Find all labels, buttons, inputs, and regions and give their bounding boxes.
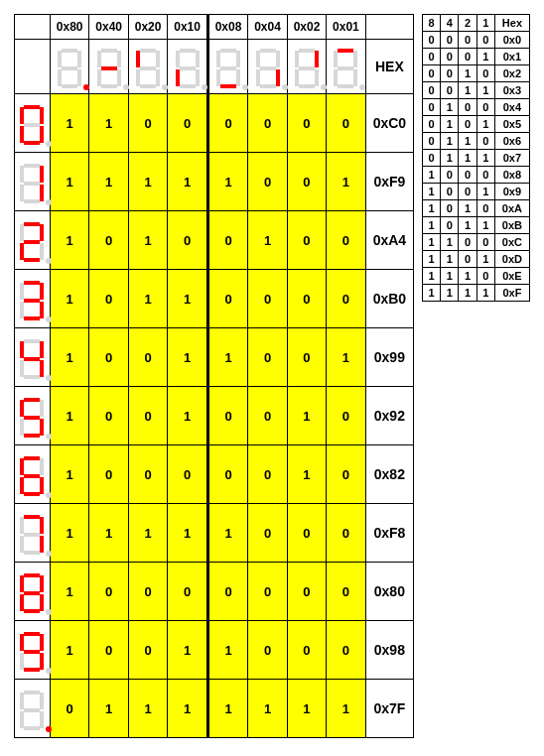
side-cell: 0 — [476, 32, 494, 49]
bit-cell: 1 — [128, 680, 167, 738]
bit-cell: 0 — [248, 94, 287, 153]
table-row: 100000100x82 — [15, 445, 414, 504]
bit-cell: 1 — [168, 153, 207, 211]
bit-cell: 0 — [207, 387, 247, 445]
seven-seg-icon — [136, 49, 160, 88]
side-cell: 0 — [423, 65, 441, 82]
bit-cell: 1 — [89, 680, 128, 738]
side-col-header: 4 — [441, 15, 459, 32]
seven-seg-table: 0x800x400x200x100x080x040x020x01HEX11000… — [14, 14, 414, 738]
side-cell: 0 — [423, 82, 441, 99]
side-cell: 0xF — [494, 285, 529, 302]
seven-seg-icon — [334, 49, 357, 88]
side-cell: 0 — [459, 49, 476, 65]
side-cell: 0 — [423, 150, 441, 167]
side-cell: 1 — [441, 150, 459, 167]
side-cell: 0 — [423, 116, 441, 133]
bit-cell: 1 — [287, 445, 326, 504]
seven-seg-icon — [20, 632, 44, 672]
side-cell: 0 — [476, 200, 494, 217]
bit-cell: 1 — [207, 153, 247, 211]
side-col-header: 8 — [423, 15, 441, 32]
bit-cell: 0 — [287, 211, 326, 270]
table-row: 100110000x98 — [15, 621, 414, 680]
bit-cell: 1 — [168, 387, 207, 445]
hex-cell: 0xB0 — [365, 270, 413, 328]
hex-cell: 0xC0 — [365, 94, 413, 153]
col-header — [365, 15, 413, 40]
side-cell: 1 — [423, 200, 441, 217]
side-cell: 0x5 — [494, 116, 529, 133]
side-cell: 0 — [441, 167, 459, 184]
bit-cell: 0 — [248, 153, 287, 211]
side-cell: 0xB — [494, 217, 529, 234]
side-row: 01110x7 — [423, 150, 530, 167]
side-cell: 1 — [423, 268, 441, 285]
side-cell: 0x3 — [494, 82, 529, 99]
side-cell: 1 — [423, 251, 441, 268]
seven-seg-icon — [176, 49, 200, 88]
bit-cell: 1 — [287, 387, 326, 445]
side-cell: 0 — [459, 32, 476, 49]
side-row: 00100x2 — [423, 65, 530, 82]
seven-seg-icon — [20, 339, 44, 379]
side-cell: 0 — [476, 234, 494, 251]
bit-cell: 1 — [207, 621, 247, 680]
side-cell: 0 — [476, 167, 494, 184]
seven-seg-icon — [20, 281, 44, 320]
side-cell: 1 — [423, 285, 441, 302]
digit-icon — [15, 328, 51, 387]
side-cell: 0 — [476, 268, 494, 285]
side-cell: 1 — [476, 82, 494, 99]
bit-cell: 1 — [207, 504, 247, 563]
seven-seg-icon — [20, 691, 44, 730]
side-row: 00110x3 — [423, 82, 530, 99]
col-header: 0x02 — [287, 15, 326, 40]
bit-cell: 0 — [168, 211, 207, 270]
hex-cell: 0xF8 — [365, 504, 413, 563]
side-cell: 1 — [476, 150, 494, 167]
side-cell: 1 — [459, 268, 476, 285]
side-cell: 1 — [459, 65, 476, 82]
digit-icon — [15, 387, 51, 445]
side-row: 10010x9 — [423, 184, 530, 200]
side-cell: 0 — [441, 217, 459, 234]
bit-cell: 0 — [89, 445, 128, 504]
bit-cell: 0 — [287, 270, 326, 328]
hex-header: HEX — [365, 40, 413, 94]
bit-cell: 0 — [327, 211, 365, 270]
digit-icon — [15, 270, 51, 328]
bit-cell: 1 — [50, 445, 88, 504]
digit-icon — [15, 94, 51, 153]
bit-cell: 0 — [128, 563, 167, 621]
side-row: 10000x8 — [423, 167, 530, 184]
bit-cell: 0 — [248, 328, 287, 387]
col-header: 0x04 — [248, 15, 287, 40]
side-cell: 0 — [423, 99, 441, 116]
col-header: 0x40 — [89, 15, 128, 40]
side-cell: 0xE — [494, 268, 529, 285]
bit-cell: 1 — [89, 153, 128, 211]
hex-cell: 0x99 — [365, 328, 413, 387]
col-header: 0x01 — [327, 15, 365, 40]
hex-cell: 0x98 — [365, 621, 413, 680]
seven-seg-icon — [97, 49, 121, 88]
col-header: 0x20 — [128, 15, 167, 40]
bit-cell: 0 — [207, 445, 247, 504]
seven-seg-icon — [20, 456, 44, 496]
side-cell: 0 — [476, 65, 494, 82]
side-cell: 1 — [459, 133, 476, 150]
bit-cell: 0 — [128, 387, 167, 445]
bit-cell: 1 — [327, 328, 365, 387]
side-cell: 1 — [476, 251, 494, 268]
side-cell: 0xC — [494, 234, 529, 251]
bit-cell: 1 — [50, 270, 88, 328]
digit-icon — [15, 153, 51, 211]
side-cell: 0x2 — [494, 65, 529, 82]
bit-cell: 1 — [89, 504, 128, 563]
bit-cell: 1 — [50, 328, 88, 387]
side-row: 00000x0 — [423, 32, 530, 49]
bit-cell: 1 — [168, 621, 207, 680]
bit-cell: 1 — [89, 94, 128, 153]
bit-cell: 1 — [50, 153, 88, 211]
